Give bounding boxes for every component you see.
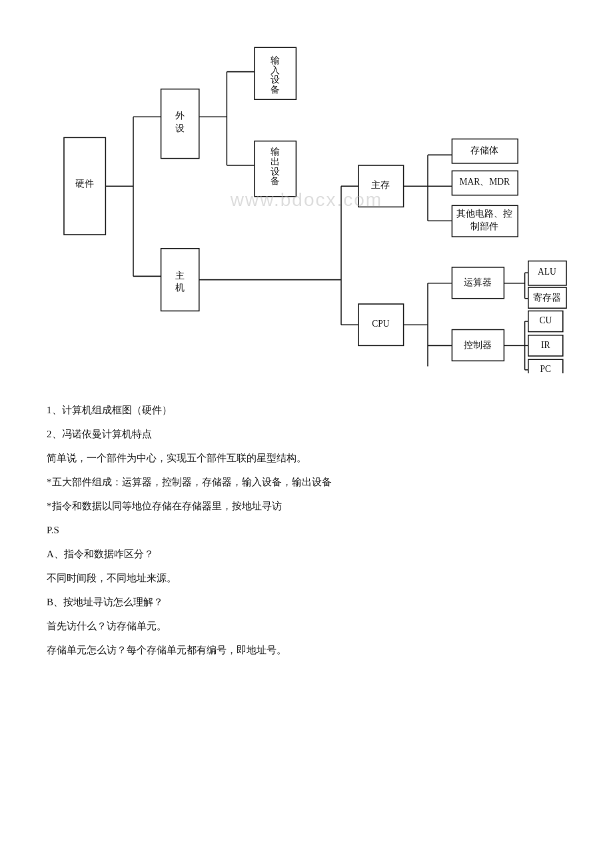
question-b: B、按地址寻访怎么理解？ bbox=[47, 592, 566, 612]
answer-a: 不同时间段，不同地址来源。 bbox=[47, 568, 566, 588]
svg-text:CPU: CPU bbox=[372, 319, 390, 329]
svg-text:主存: 主存 bbox=[371, 180, 390, 190]
svg-text:入: 入 bbox=[271, 65, 280, 75]
answer-b1: 首先访什么？访存储单元。 bbox=[47, 616, 566, 636]
svg-text:PC: PC bbox=[540, 364, 552, 373]
architecture-diagram: .box { fill: white; stroke: #1a1a1a; str… bbox=[40, 27, 573, 373]
svg-text:运算器: 运算器 bbox=[464, 277, 492, 287]
svg-text:控制器: 控制器 bbox=[464, 340, 492, 350]
svg-text:备: 备 bbox=[271, 85, 280, 95]
svg-text:ALU: ALU bbox=[538, 267, 556, 277]
svg-text:出: 出 bbox=[271, 157, 280, 167]
svg-text:硬件: 硬件 bbox=[75, 179, 94, 189]
svg-text:主: 主 bbox=[175, 271, 185, 281]
svg-text:设: 设 bbox=[271, 75, 280, 85]
svg-text:输: 输 bbox=[271, 55, 280, 65]
svg-text:其他电路、控: 其他电路、控 bbox=[456, 209, 512, 219]
svg-text:外: 外 bbox=[175, 111, 185, 121]
item1: 1、计算机组成框图（硬件） bbox=[47, 400, 566, 420]
diagram-container: www.bdocx.com .box { fill: white; stroke… bbox=[40, 27, 573, 373]
svg-text:设: 设 bbox=[271, 167, 280, 177]
ps: P.S bbox=[47, 520, 566, 540]
svg-text:备: 备 bbox=[271, 176, 280, 186]
svg-text:存储体: 存储体 bbox=[470, 145, 498, 155]
text-content: 1、计算机组成框图（硬件） 2、冯诺依曼计算机特点 简单说，一个部件为中心，实现… bbox=[40, 400, 573, 660]
item2: 2、冯诺依曼计算机特点 bbox=[47, 424, 566, 444]
svg-text:CU: CU bbox=[539, 315, 552, 325]
question-a: A、指令和数据咋区分？ bbox=[47, 544, 566, 564]
desc1: 简单说，一个部件为中心，实现五个部件互联的星型结构。 bbox=[47, 448, 566, 468]
answer-b2: 存储单元怎么访？每个存储单元都有编号，即地址号。 bbox=[47, 640, 566, 660]
desc3: *指令和数据以同等地位存储在存储器里，按地址寻访 bbox=[47, 496, 566, 516]
svg-text:IR: IR bbox=[541, 340, 550, 350]
svg-text:机: 机 bbox=[175, 283, 185, 293]
svg-text:设: 设 bbox=[175, 123, 185, 133]
svg-text:MAR、MDR: MAR、MDR bbox=[459, 177, 510, 187]
svg-text:制部件: 制部件 bbox=[470, 221, 498, 231]
svg-text:寄存器: 寄存器 bbox=[533, 293, 561, 303]
svg-text:输: 输 bbox=[271, 147, 280, 157]
desc2: *五大部件组成：运算器，控制器，存储器，输入设备，输出设备 bbox=[47, 472, 566, 492]
